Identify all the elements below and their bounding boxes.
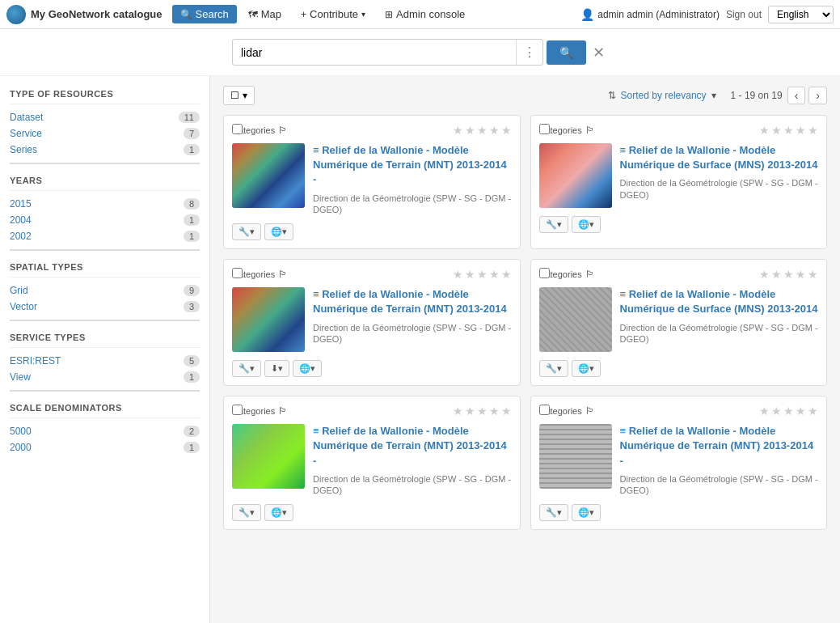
star-4[interactable]: ★ [796,405,806,417]
card-checkbox[interactable] [539,124,550,134]
search-options-icon[interactable]: ⋮ [516,40,542,65]
star-5[interactable]: ★ [808,268,818,281]
card-subtitle: Direction de la Géométrologie (SPW - SG … [620,177,819,201]
card-body: ≡ Relief de la Wallonie - Modèle Numériq… [232,424,512,496]
star-4[interactable]: ★ [796,268,806,281]
facet-item-1-2[interactable]: 20021 [10,228,200,244]
card-title[interactable]: ≡ Relief de la Wallonie - Modèle Numériq… [620,143,819,172]
next-page-btn[interactable]: › [808,87,827,104]
select-all-button[interactable]: ☐ ▾ [223,86,255,105]
admin-nav-btn[interactable]: ⊞ Admin console [377,5,473,23]
brand[interactable]: My GeoNetwork catalogue [6,5,163,24]
star-3[interactable]: ★ [783,405,794,417]
facet-item-2-1[interactable]: Vector3 [10,299,200,315]
star-1[interactable]: ★ [759,268,770,281]
card-footer: 🔧▾🌐▾ [232,504,512,521]
search-nav-btn[interactable]: 🔍 Search [172,5,237,23]
star-3[interactable]: ★ [477,124,488,137]
facet-count: 5 [184,355,200,367]
star-2[interactable]: ★ [771,268,782,281]
card-info: ≡ Relief de la Wallonie - Modèle Numériq… [620,143,819,208]
card-checkbox[interactable] [539,405,550,415]
facet-label: View [10,371,31,383]
language-select[interactable]: English Français [768,6,834,23]
card-title[interactable]: ≡ Relief de la Wallonie - Modèle Numériq… [313,143,512,188]
star-1[interactable]: ★ [453,124,463,137]
action-btn-2[interactable]: 🌐▾ [293,360,322,377]
facet-item-1-0[interactable]: 20158 [10,196,200,212]
star-4[interactable]: ★ [489,124,500,137]
card-thumbnail [232,143,305,208]
star-3[interactable]: ★ [477,405,488,417]
facet-item-3-1[interactable]: View1 [10,369,200,385]
action-btn-1[interactable]: 🌐▾ [572,216,601,233]
action-btn-1[interactable]: 🌐▾ [572,360,601,377]
facet-label: 5000 [10,426,32,437]
facet-item-0-2[interactable]: Series1 [10,142,200,158]
star-1[interactable]: ★ [759,124,770,137]
facet-item-4-1[interactable]: 20001 [10,439,200,456]
card-checkbox[interactable] [539,268,550,278]
map-nav-btn[interactable]: 🗺 Map [240,5,289,23]
prev-page-btn[interactable]: ‹ [787,87,806,104]
star-4[interactable]: ★ [796,124,806,137]
star-4[interactable]: ★ [489,405,500,417]
star-1[interactable]: ★ [453,268,463,281]
star-2[interactable]: ★ [465,124,475,137]
action-btn-0[interactable]: 🔧▾ [539,360,568,377]
card-title[interactable]: ≡ Relief de la Wallonie - Modèle Numériq… [313,287,512,316]
select-all-caret: ▾ [243,90,247,101]
star-5[interactable]: ★ [501,268,512,281]
star-2[interactable]: ★ [771,405,782,417]
sort-link[interactable]: Sorted by relevancy [621,90,707,101]
card-checkbox[interactable] [232,405,243,415]
card: Categories 🏳 ★ ★ ★ ★ ★ ≡ Relief de la Wa… [530,259,828,386]
card-thumbnail [232,424,305,489]
contribute-nav-btn[interactable]: + Contribute ▾ [293,5,374,23]
facet-item-3-0[interactable]: ESRI:REST5 [10,353,200,369]
action-btn-0[interactable]: 🔧▾ [232,504,261,521]
search-input[interactable] [233,41,516,64]
flag-icon: 🏳 [278,125,288,136]
action-btn-0[interactable]: 🔧▾ [539,216,568,233]
action-btn-0[interactable]: 🔧▾ [232,360,261,377]
nav-right: 👤 admin admin (Administrator) Sign out E… [580,6,834,23]
search-clear-icon[interactable]: ✕ [589,44,608,61]
facet-label: Series [10,144,37,155]
card-checkbox[interactable] [232,268,243,278]
star-5[interactable]: ★ [808,124,818,137]
facet-item-4-0[interactable]: 50002 [10,423,200,439]
action-btn-0[interactable]: 🔧▾ [539,504,568,521]
action-btn-1[interactable]: 🌐▾ [264,504,293,521]
facet-item-2-0[interactable]: Grid9 [10,282,200,299]
card-header: Categories 🏳 ★ ★ ★ ★ ★ [232,405,512,417]
star-5[interactable]: ★ [808,405,818,417]
card-checkbox[interactable] [232,124,243,134]
star-1[interactable]: ★ [453,405,463,417]
star-3[interactable]: ★ [783,124,794,137]
action-btn-1[interactable]: 🌐▾ [572,504,601,521]
facet-label: 2004 [10,214,32,226]
star-4[interactable]: ★ [489,268,500,281]
card-title[interactable]: ≡ Relief de la Wallonie - Modèle Numériq… [620,424,819,468]
star-2[interactable]: ★ [465,268,475,281]
star-3[interactable]: ★ [783,268,794,281]
search-button[interactable]: 🔍 [547,40,586,65]
signout-link[interactable]: Sign out [726,9,762,20]
card-title[interactable]: ≡ Relief de la Wallonie - Modèle Numériq… [313,424,512,468]
facet-item-0-1[interactable]: Service7 [10,125,200,142]
facet-count: 3 [184,301,200,312]
star-5[interactable]: ★ [501,405,512,417]
star-2[interactable]: ★ [771,124,782,137]
action-btn-1[interactable]: 🌐▾ [264,223,293,240]
action-btn-1[interactable]: ⬇▾ [264,360,289,377]
card-title[interactable]: ≡ Relief de la Wallonie - Modèle Numériq… [620,287,819,316]
star-3[interactable]: ★ [477,268,488,281]
facet-item-1-1[interactable]: 20041 [10,212,200,228]
facet-label: Service [10,128,42,139]
star-2[interactable]: ★ [465,405,475,417]
action-btn-0[interactable]: 🔧▾ [232,223,261,240]
star-5[interactable]: ★ [501,124,512,137]
star-1[interactable]: ★ [759,405,770,417]
facet-item-0-0[interactable]: Dataset11 [10,109,200,125]
